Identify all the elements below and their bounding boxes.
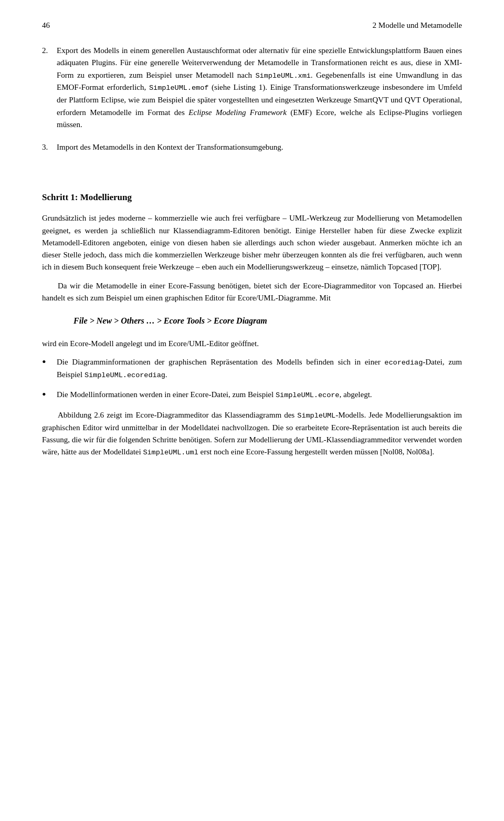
item-number-3: 3.: [42, 141, 57, 153]
code-simpleuml-uml: SimpleUML.uml: [143, 449, 198, 456]
code-simpleuml-model: SimpleUML: [297, 412, 335, 420]
item-2-text: Export des Modells in einem generellen A…: [57, 45, 462, 131]
page-header: 46 2 Modelle und Metamodelle: [42, 21, 462, 30]
bullet-list: • Die Diagramminformationen der graphisc…: [42, 356, 462, 401]
emf-italic: Eclipse Modeling Framework: [188, 108, 287, 117]
paragraph-3: wird ein Ecore-Modell angelegt und im Ec…: [42, 338, 462, 350]
italic-menu-path: File > New > Others … > Ecore Tools > Ec…: [74, 315, 462, 327]
spacer: [42, 164, 462, 173]
para2-text: Da wir die Metamodelle in einer Ecore-Fa…: [42, 282, 462, 302]
bullet-2-text: Die Modellinformationen werden in einer …: [57, 389, 462, 401]
paragraph-1: Grundsätzlich ist jedes moderne – kommer…: [42, 212, 462, 273]
list-item-2: 2. Export des Modells in einem generelle…: [42, 45, 462, 137]
bullet-dot-1: •: [42, 355, 55, 369]
bullet-item-1: • Die Diagramminformationen der graphisc…: [42, 356, 462, 381]
paragraph-4: Abbildung 2.6 zeigt im Ecore-Diagrammedi…: [42, 409, 462, 459]
para4-start: Abbildung 2.6 zeigt im Ecore-Diagrammedi…: [58, 411, 297, 419]
para4-end: erst noch eine Ecore-Fassung hergestellt…: [198, 448, 434, 456]
bullet-1-text: Die Diagramminformationen der graphische…: [57, 356, 462, 381]
code-ecorediag: ecorediag: [384, 359, 423, 367]
bullet-item-2: • Die Modellinformationen werden in eine…: [42, 389, 462, 401]
code-simpleuml-ecorediag: SimpleUML.ecorediag: [85, 371, 165, 379]
list-item-3: 3. Import des Metamodells in den Kontext…: [42, 141, 462, 153]
code-simpleuml-xmi: SimpleUML.xmi: [256, 72, 311, 80]
item-number-2: 2.: [42, 45, 57, 57]
bullet-dot-2: •: [42, 388, 55, 401]
page: 46 2 Modelle und Metamodelle 2. Export d…: [0, 0, 504, 821]
code-simpleuml-emof: SimpleUML.emof: [149, 84, 208, 92]
code-simpleuml-ecore: SimpleUML.ecore: [276, 391, 340, 399]
item-3-text: Import des Metamodells in den Kontext de…: [57, 141, 462, 153]
paragraph-2: Da wir die Metamodelle in einer Ecore-Fa…: [42, 280, 462, 305]
page-number: 46: [42, 21, 50, 30]
section-heading-step1: Schritt 1: Modellierung: [42, 192, 462, 203]
chapter-title: 2 Modelle und Metamodelle: [373, 21, 462, 30]
